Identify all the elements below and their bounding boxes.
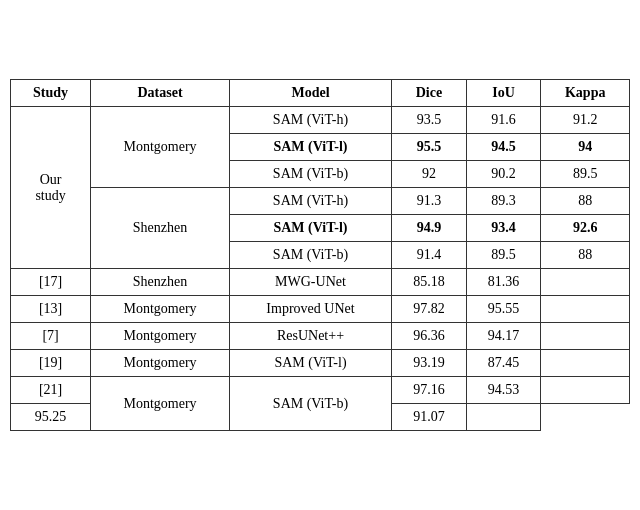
dataset-cell: Montgomery bbox=[91, 296, 230, 323]
iou-cell: 91.07 bbox=[392, 404, 467, 431]
study-cell: [13] bbox=[11, 296, 91, 323]
study-cell-our: Ourstudy bbox=[11, 107, 91, 269]
dataset-cell: Montgomery bbox=[91, 323, 230, 350]
dataset-cell: Shenzhen bbox=[91, 269, 230, 296]
header-iou: IoU bbox=[466, 80, 541, 107]
kappa-cell bbox=[466, 404, 541, 431]
model-cell: SAM (ViT-h) bbox=[229, 188, 391, 215]
kappa-cell: 88 bbox=[541, 242, 630, 269]
iou-cell: 81.36 bbox=[466, 269, 541, 296]
dice-cell: 92 bbox=[392, 161, 467, 188]
dice-cell: 91.4 bbox=[392, 242, 467, 269]
model-cell: SAM (ViT-l) bbox=[229, 134, 391, 161]
model-cell: ResUNet++ bbox=[229, 323, 391, 350]
iou-cell: 90.2 bbox=[466, 161, 541, 188]
model-cell: Improved UNet bbox=[229, 296, 391, 323]
kappa-cell: 91.2 bbox=[541, 107, 630, 134]
kappa-cell bbox=[541, 377, 630, 404]
kappa-cell: 89.5 bbox=[541, 161, 630, 188]
kappa-cell: 94 bbox=[541, 134, 630, 161]
study-cell: [7] bbox=[11, 323, 91, 350]
study-cell: [17] bbox=[11, 269, 91, 296]
header-study: Study bbox=[11, 80, 91, 107]
iou-cell: 89.3 bbox=[466, 188, 541, 215]
kappa-cell bbox=[541, 269, 630, 296]
iou-cell: 91.6 bbox=[466, 107, 541, 134]
model-cell: SAM (ViT-l) bbox=[229, 215, 391, 242]
dice-cell: 93.5 bbox=[392, 107, 467, 134]
kappa-cell bbox=[541, 296, 630, 323]
dataset-cell: Montgomery bbox=[91, 107, 230, 188]
header-kappa: Kappa bbox=[541, 80, 630, 107]
iou-cell: 94.53 bbox=[466, 377, 541, 404]
kappa-cell bbox=[541, 350, 630, 377]
model-cell: SAM (ViT-h) bbox=[229, 107, 391, 134]
iou-cell: 94.17 bbox=[466, 323, 541, 350]
model-cell: SAM (ViT-b) bbox=[229, 242, 391, 269]
dataset-cell: Shenzhen bbox=[91, 188, 230, 269]
dice-cell: 94.9 bbox=[392, 215, 467, 242]
kappa-cell bbox=[541, 323, 630, 350]
dice-cell: 96.36 bbox=[392, 323, 467, 350]
iou-cell: 93.4 bbox=[466, 215, 541, 242]
results-table: Study Dataset Model Dice IoU Kappa Ourst… bbox=[10, 79, 630, 431]
dataset-cell: Montgomery bbox=[91, 377, 230, 431]
dataset-cell: Montgomery bbox=[91, 350, 230, 377]
iou-cell: 95.55 bbox=[466, 296, 541, 323]
dice-cell: 93.19 bbox=[392, 350, 467, 377]
kappa-cell: 92.6 bbox=[541, 215, 630, 242]
model-cell: SAM (ViT-b) bbox=[229, 161, 391, 188]
study-cell: [21] bbox=[11, 377, 91, 404]
model-cell: MWG-UNet bbox=[229, 269, 391, 296]
dice-cell: 85.18 bbox=[392, 269, 467, 296]
header-model: Model bbox=[229, 80, 391, 107]
model-cell: SAM (ViT-b) bbox=[229, 377, 391, 431]
header-dice: Dice bbox=[392, 80, 467, 107]
dice-cell: 91.3 bbox=[392, 188, 467, 215]
iou-cell: 89.5 bbox=[466, 242, 541, 269]
model-cell: SAM (ViT-l) bbox=[229, 350, 391, 377]
dice-cell: 95.5 bbox=[392, 134, 467, 161]
dice-cell: 97.16 bbox=[392, 377, 467, 404]
iou-cell: 87.45 bbox=[466, 350, 541, 377]
header-dataset: Dataset bbox=[91, 80, 230, 107]
iou-cell: 94.5 bbox=[466, 134, 541, 161]
kappa-cell: 88 bbox=[541, 188, 630, 215]
dice-cell: 97.82 bbox=[392, 296, 467, 323]
study-cell: [19] bbox=[11, 350, 91, 377]
dice-cell: 95.25 bbox=[11, 404, 91, 431]
